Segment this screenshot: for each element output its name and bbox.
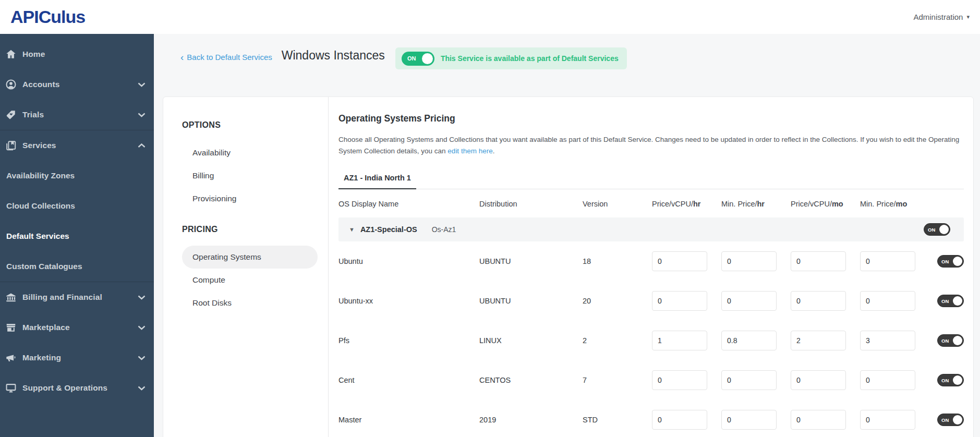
- os-name: Master: [338, 416, 479, 424]
- back-link[interactable]: ‹ Back to Default Services: [180, 53, 272, 62]
- sidebar: Home Accounts Trials Services Availabili…: [0, 34, 154, 437]
- sidebar-item-marketplace[interactable]: Marketplace: [0, 312, 154, 343]
- sidebar-item-marketing[interactable]: Marketing: [0, 343, 154, 373]
- sidebar-item-default-services[interactable]: Default Services: [0, 221, 154, 251]
- price-vcpu-mo-input[interactable]: [791, 251, 846, 271]
- menu-item-root-disks[interactable]: Root Disks: [182, 292, 318, 314]
- row-toggle[interactable]: ON: [937, 255, 964, 268]
- os-version: 7: [583, 376, 652, 384]
- tab-az1-india-north-1[interactable]: AZ1 - India North 1: [338, 168, 416, 189]
- chevron-down-icon: [138, 386, 146, 391]
- table-row: Master 2019 STD ON: [338, 400, 964, 437]
- table-row: Pfs LINUX 2 ON: [338, 321, 964, 360]
- sidebar-item-availability-zones[interactable]: Availability Zones: [0, 161, 154, 191]
- chevron-up-icon: [138, 143, 146, 148]
- min-price-hr-input[interactable]: [721, 370, 777, 390]
- os-version: STD: [583, 416, 652, 424]
- back-link-label: Back to Default Services: [187, 53, 272, 62]
- table-row: Cent CENTOS 7 ON: [338, 360, 964, 400]
- min-price-hr-input[interactable]: [721, 410, 777, 430]
- chevron-down-icon: [138, 356, 146, 360]
- min-price-mo-input[interactable]: [860, 370, 915, 390]
- sidebar-item-cloud-collections[interactable]: Cloud Collections: [0, 191, 154, 221]
- col-price-vcpu-mo: Price/vCPU/mo: [791, 200, 860, 208]
- col-price-vcpu-hr: Price/vCPU/hr: [652, 200, 721, 208]
- menu-item-operating-systems[interactable]: Operating Systems: [182, 246, 318, 269]
- os-name: Pfs: [338, 336, 479, 345]
- group-name: AZ1-Special-OS: [360, 225, 417, 234]
- min-price-mo-input[interactable]: [860, 331, 915, 350]
- price-vcpu-hr-input[interactable]: [652, 291, 707, 311]
- edit-them-here-link[interactable]: edit them here: [447, 147, 492, 155]
- price-vcpu-mo-input[interactable]: [791, 370, 846, 390]
- options-section-title: OPTIONS: [182, 120, 318, 130]
- os-group-row: ▼ AZ1-Special-OS Os-Az1 ON: [338, 217, 964, 241]
- sidebar-item-home[interactable]: Home: [0, 39, 154, 69]
- os-version: 20: [583, 297, 652, 305]
- user-icon: [3, 78, 19, 91]
- admin-menu[interactable]: Administration ▾: [913, 13, 970, 21]
- menu-spacer: [182, 210, 318, 225]
- os-distribution: LINUX: [479, 336, 583, 345]
- service-availability-toggle[interactable]: ON: [402, 52, 434, 66]
- options-menu: OPTIONS Availability Billing Provisionin…: [163, 97, 329, 437]
- chevron-down-icon: [138, 82, 146, 87]
- toggle-knob: [953, 257, 962, 266]
- sidebar-item-support-operations[interactable]: Support & Operations: [0, 373, 154, 403]
- back-chevron-icon: ‹: [180, 54, 184, 61]
- min-price-hr-input[interactable]: [721, 331, 777, 350]
- main-content: ‹ Back to Default Services Windows Insta…: [154, 34, 980, 437]
- admin-menu-label: Administration: [913, 13, 963, 21]
- min-price-mo-input[interactable]: [860, 410, 915, 430]
- megaphone-icon: [3, 351, 19, 364]
- home-icon: [3, 48, 19, 60]
- sidebar-item-billing-and-financial[interactable]: Billing and Financial: [0, 282, 154, 312]
- table-row: Ubuntu UBUNTU 18 ON: [338, 241, 964, 281]
- row-toggle[interactable]: ON: [937, 414, 964, 426]
- min-price-mo-input[interactable]: [860, 251, 915, 271]
- price-vcpu-mo-input[interactable]: [791, 291, 846, 311]
- chevron-down-icon: [138, 325, 146, 330]
- menu-item-availability[interactable]: Availability: [182, 141, 318, 164]
- menu-item-billing[interactable]: Billing: [182, 164, 318, 187]
- table-header-row: OS Display Name Distribution Version Pri…: [338, 190, 964, 217]
- sidebar-item-custom-catalogues[interactable]: Custom Catalogues: [0, 251, 154, 282]
- os-distribution: UBUNTU: [479, 297, 583, 305]
- app-logo[interactable]: APICulus: [10, 7, 85, 27]
- price-vcpu-hr-input[interactable]: [652, 370, 707, 390]
- os-version: 2: [583, 336, 652, 345]
- group-collection-name: Os-Az1: [432, 225, 456, 234]
- os-distribution: CENTOS: [479, 376, 583, 384]
- os-distribution: 2019: [479, 416, 583, 424]
- menu-item-compute[interactable]: Compute: [182, 269, 318, 292]
- col-os-display-name: OS Display Name: [338, 200, 479, 208]
- price-vcpu-hr-input[interactable]: [652, 331, 707, 350]
- row-toggle[interactable]: ON: [937, 295, 964, 307]
- price-vcpu-mo-input[interactable]: [791, 410, 846, 430]
- col-min-price-hr: Min. Price/hr: [721, 200, 791, 208]
- min-price-hr-input[interactable]: [721, 251, 777, 271]
- sidebar-item-services[interactable]: Services: [0, 130, 154, 161]
- group-toggle[interactable]: ON: [924, 223, 950, 236]
- row-toggle[interactable]: ON: [937, 374, 964, 386]
- sidebar-item-trials[interactable]: Trials: [0, 100, 154, 130]
- table-row: Ubuntu-xx UBUNTU 20 ON: [338, 281, 964, 321]
- toggle-knob: [953, 296, 962, 306]
- tag-icon: [3, 108, 19, 121]
- sidebar-item-accounts[interactable]: Accounts: [0, 69, 154, 100]
- price-vcpu-hr-input[interactable]: [652, 410, 707, 430]
- toggle-on-label: ON: [407, 55, 416, 62]
- price-vcpu-mo-input[interactable]: [791, 331, 846, 350]
- collapse-icon[interactable]: ▼: [349, 226, 355, 233]
- os-distribution: UBUNTU: [479, 257, 583, 265]
- price-vcpu-hr-input[interactable]: [652, 251, 707, 271]
- top-header: APICulus Administration ▾: [0, 0, 980, 34]
- chevron-down-icon: [138, 295, 146, 300]
- os-name: Cent: [338, 376, 479, 384]
- min-price-mo-input[interactable]: [860, 291, 915, 311]
- min-price-hr-input[interactable]: [721, 291, 777, 311]
- bank-icon: [3, 291, 19, 304]
- row-toggle[interactable]: ON: [937, 334, 964, 347]
- toggle-knob: [939, 225, 949, 234]
- menu-item-provisioning[interactable]: Provisioning: [182, 187, 318, 210]
